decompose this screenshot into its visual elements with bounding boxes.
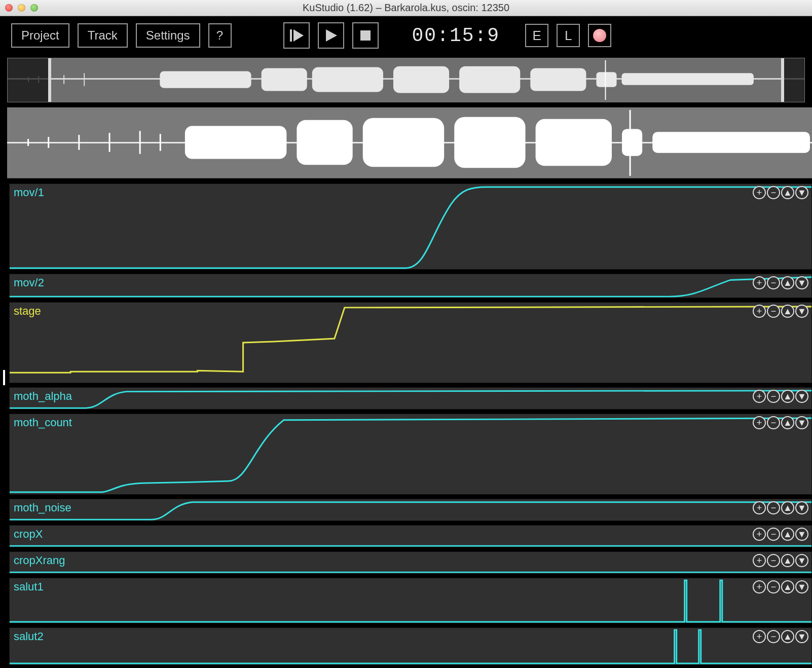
svg-rect-23 (139, 131, 141, 154)
record-button[interactable] (588, 24, 611, 47)
loop-mode-button[interactable]: L (557, 24, 580, 47)
svg-rect-27 (363, 118, 444, 167)
track-remove-button[interactable]: − (767, 528, 780, 541)
track-mov2[interactable]: mov/2+−▲▼ (9, 274, 812, 298)
track-label: salut1 (14, 580, 44, 593)
track-move-up-button[interactable]: ▲ (781, 630, 794, 643)
track-stage[interactable]: stage+−▲▼ (9, 302, 812, 383)
help-button[interactable]: ? (208, 23, 232, 48)
track-add-button[interactable]: + (753, 305, 766, 318)
overview-range-start[interactable] (48, 58, 51, 102)
play-icon (323, 27, 339, 44)
track-moth_count[interactable]: moth_count+−▲▼ (9, 414, 812, 495)
overview-wave-icon (8, 58, 804, 102)
track-move-up-button[interactable]: ▲ (781, 276, 794, 289)
track-salut2[interactable]: salut2+−▲▼ (9, 627, 812, 665)
track-add-button[interactable]: + (753, 501, 766, 514)
track-button[interactable]: Track (78, 23, 128, 48)
minimize-icon[interactable] (18, 4, 25, 12)
window-title: KuStudio (1.62) – Barkarola.kus, oscin: … (0, 2, 812, 14)
track-remove-button[interactable]: − (767, 554, 780, 567)
svg-rect-26 (297, 120, 352, 165)
track-move-down-button[interactable]: ▼ (795, 416, 808, 429)
track-controls: +−▲▼ (753, 186, 808, 199)
track-move-down-button[interactable]: ▼ (795, 305, 808, 318)
track-label: moth_alpha (14, 390, 72, 403)
track-remove-button[interactable]: − (767, 580, 780, 593)
track-controls: +−▲▼ (753, 554, 808, 567)
track-curve (10, 303, 811, 383)
track-remove-button[interactable]: − (767, 416, 780, 429)
track-controls: +−▲▼ (753, 390, 808, 403)
track-move-up-button[interactable]: ▲ (781, 390, 794, 403)
track-controls: +−▲▼ (753, 580, 808, 593)
track-move-up-button[interactable]: ▲ (781, 501, 794, 514)
track-move-down-button[interactable]: ▼ (795, 186, 808, 199)
track-salut1[interactable]: salut1+−▲▼ (9, 578, 812, 623)
play-button[interactable] (318, 22, 344, 49)
svg-rect-22 (109, 133, 110, 152)
track-remove-button[interactable]: − (767, 276, 780, 289)
track-move-down-button[interactable]: ▼ (795, 501, 808, 514)
svg-marker-2 (326, 29, 337, 42)
toolbar: Project Track Settings ? 00:15:9 E L (0, 16, 812, 55)
svg-rect-30 (622, 129, 642, 156)
track-move-down-button[interactable]: ▼ (795, 276, 808, 289)
track-move-down-button[interactable]: ▼ (795, 630, 808, 643)
overview-range-end[interactable] (781, 58, 784, 102)
track-cropXrang[interactable]: cropXrang+−▲▼ (9, 551, 812, 574)
track-move-up-button[interactable]: ▲ (781, 580, 794, 593)
track-remove-button[interactable]: − (767, 305, 780, 318)
track-remove-button[interactable]: − (767, 186, 780, 199)
track-move-down-button[interactable]: ▼ (795, 580, 808, 593)
track-controls: +−▲▼ (753, 528, 808, 541)
track-curve (10, 526, 811, 547)
zoom-icon[interactable] (30, 4, 38, 12)
overview-dim-left (8, 58, 48, 102)
track-move-up-button[interactable]: ▲ (781, 554, 794, 567)
stop-icon (357, 27, 374, 44)
track-move-up-button[interactable]: ▲ (781, 528, 794, 541)
track-move-down-button[interactable]: ▼ (795, 390, 808, 403)
track-add-button[interactable]: + (753, 276, 766, 289)
track-move-up-button[interactable]: ▲ (781, 305, 794, 318)
track-remove-button[interactable]: − (767, 390, 780, 403)
track-add-button[interactable]: + (753, 528, 766, 541)
track-move-down-button[interactable]: ▼ (795, 554, 808, 567)
track-label: mov/1 (14, 186, 44, 199)
track-move-up-button[interactable]: ▲ (781, 416, 794, 429)
overview-waveform[interactable] (7, 58, 805, 102)
track-add-button[interactable]: + (753, 416, 766, 429)
main-waveform[interactable] (7, 107, 812, 178)
close-icon[interactable] (5, 4, 13, 12)
stop-button[interactable] (352, 22, 379, 49)
settings-button[interactable]: Settings (136, 23, 200, 48)
track-moth_noise[interactable]: moth_noise+−▲▼ (9, 499, 812, 521)
track-controls: +−▲▼ (753, 305, 808, 318)
svg-rect-7 (63, 75, 64, 84)
track-remove-button[interactable]: − (767, 630, 780, 643)
track-label: moth_noise (14, 501, 71, 514)
track-add-button[interactable]: + (753, 186, 766, 199)
project-button[interactable]: Project (11, 23, 69, 48)
play-from-start-button[interactable] (283, 22, 310, 49)
edit-mode-button[interactable]: E (525, 24, 548, 47)
track-curve (10, 274, 811, 298)
track-mov1[interactable]: mov/1+−▲▼ (9, 183, 812, 270)
track-list: mov/1+−▲▼mov/2+−▲▼stage+−▲▼moth_alpha+−▲… (9, 183, 812, 665)
track-add-button[interactable]: + (753, 630, 766, 643)
track-add-button[interactable]: + (753, 554, 766, 567)
track-add-button[interactable]: + (753, 580, 766, 593)
track-add-button[interactable]: + (753, 390, 766, 403)
track-moth_alpha[interactable]: moth_alpha+−▲▼ (9, 387, 812, 410)
svg-rect-0 (290, 29, 292, 42)
track-remove-button[interactable]: − (767, 501, 780, 514)
track-move-up-button[interactable]: ▲ (781, 186, 794, 199)
svg-rect-20 (48, 137, 49, 148)
svg-rect-3 (360, 30, 371, 41)
track-curve (10, 578, 811, 623)
track-move-down-button[interactable]: ▼ (795, 528, 808, 541)
track-cropX[interactable]: cropX+−▲▼ (9, 525, 812, 547)
transport-controls (283, 22, 379, 49)
svg-rect-31 (652, 132, 810, 153)
